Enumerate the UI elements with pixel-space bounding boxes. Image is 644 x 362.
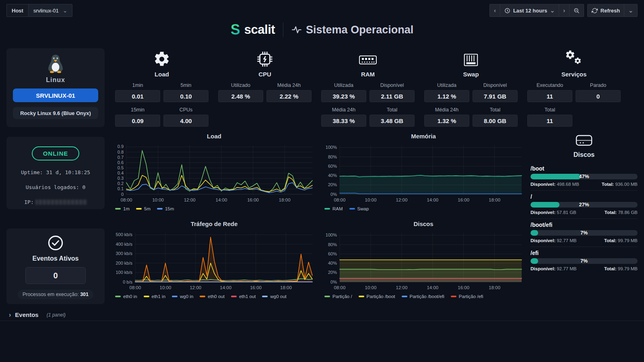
- os-name: Linux: [13, 76, 98, 84]
- legend-item[interactable]: wg0 out: [262, 294, 286, 299]
- disk-usage-percent: 7%: [530, 258, 638, 264]
- legend-swatch: [115, 296, 121, 297]
- legend-swatch: [262, 296, 268, 297]
- svg-text:0 b/s: 0 b/s: [123, 280, 132, 284]
- stat-cell-label: Parado: [576, 82, 621, 88]
- chart-legend: eth0 ineth1 inwg0 ineth0 outeth1 outwg0 …: [114, 294, 315, 299]
- hostname-badge: SRVLINUX-01: [13, 88, 98, 102]
- services-stat-panel: Serviços Executando11 Parado0 Total11: [526, 47, 622, 127]
- disk-total: Total: 78.86 GB: [605, 210, 638, 215]
- disk-mount: /efi: [530, 250, 638, 256]
- stat-title: CPU: [217, 71, 313, 78]
- svg-text:0.7: 0.7: [118, 155, 124, 160]
- legend-item[interactable]: Partição /boot/efi: [402, 294, 444, 299]
- stat-cell-label: Média 24h: [424, 107, 469, 113]
- disks-chart-plot: 08:0010:0012:0014:0016:0018:000%20%40%60…: [323, 230, 524, 293]
- legend-item[interactable]: Partição /boot: [359, 294, 395, 299]
- legend-swatch: [231, 296, 237, 297]
- host-label: Host: [6, 4, 28, 17]
- legend-item[interactable]: 1m: [115, 206, 130, 211]
- disk-usage-percent: 27%: [530, 202, 638, 208]
- stat-title: Swap: [423, 71, 519, 78]
- stat-cell-value: 1.32 %: [424, 115, 469, 127]
- legend-swatch: [451, 296, 456, 297]
- stat-cell-value: 11: [527, 115, 572, 127]
- host-select-value: srvlinux-01: [33, 8, 59, 14]
- stat-title: RAM: [320, 71, 416, 78]
- stat-cell-label: 15min: [115, 107, 160, 113]
- events-row-toggle[interactable]: › Eventos (1 panel): [0, 309, 644, 321]
- scalit-logo-icon: S: [231, 23, 240, 37]
- svg-text:08:00: 08:00: [334, 197, 346, 202]
- disks-title: Discos: [530, 151, 638, 158]
- cpu-icon: [256, 51, 273, 68]
- legend-item[interactable]: eth0 out: [200, 294, 225, 299]
- os-panel: Linux SRVLINUX-01 Rocky Linux 9.6 (Blue …: [6, 48, 105, 127]
- refresh-button[interactable]: Refresh: [588, 4, 624, 16]
- load-chart-panel: Load 08:0010:0012:0014:0016:0018:0000.10…: [114, 133, 315, 211]
- load-chart-plot: 08:0010:0012:0014:0016:0018:0000.10.20.3…: [114, 143, 315, 206]
- svg-text:60%: 60%: [328, 164, 337, 169]
- processes-value: 301: [80, 292, 89, 297]
- svg-text:0.1: 0.1: [118, 186, 124, 191]
- legend-swatch: [402, 296, 407, 297]
- gear-icon: [153, 51, 170, 68]
- svg-text:10:00: 10:00: [365, 285, 377, 290]
- legend-item[interactable]: eth1 in: [144, 294, 166, 299]
- svg-text:400 kb/s: 400 kb/s: [116, 242, 132, 247]
- svg-text:14:00: 14:00: [427, 285, 438, 290]
- legend-item[interactable]: eth1 out: [231, 294, 256, 299]
- legend-swatch: [349, 208, 355, 210]
- legend-item[interactable]: wg0 in: [172, 294, 193, 299]
- svg-text:10:00: 10:00: [160, 285, 171, 290]
- stat-cell-label: Média 24h: [266, 82, 312, 88]
- active-events-title: Eventos Ativos: [13, 255, 98, 262]
- disk-total: Total: 99.79 MB: [604, 238, 638, 243]
- stat-cell-label: 5min: [163, 82, 208, 88]
- legend-swatch: [324, 296, 330, 297]
- legend-item[interactable]: 5m: [136, 206, 151, 211]
- svg-text:200 kb/s: 200 kb/s: [116, 261, 132, 265]
- legend-item[interactable]: Swap: [349, 206, 369, 211]
- svg-text:18:00: 18:00: [489, 197, 500, 202]
- host-variable-picker[interactable]: Host srvlinux-01 ⌄: [6, 4, 72, 17]
- legend-item[interactable]: Partição /: [324, 294, 352, 299]
- disk-available: Disponível: 92.77 MB: [530, 266, 576, 271]
- stat-cell-value: 0.10: [163, 90, 208, 102]
- svg-text:16:00: 16:00: [458, 285, 469, 290]
- svg-text:0.2: 0.2: [118, 181, 124, 186]
- svg-text:08:00: 08:00: [121, 197, 132, 202]
- refresh-label: Refresh: [601, 8, 620, 14]
- refresh-interval-button[interactable]: ⌄: [624, 4, 637, 16]
- header-divider: [283, 23, 283, 37]
- legend-swatch: [144, 296, 149, 297]
- pulse-icon: [291, 25, 302, 35]
- legend-item[interactable]: Partição /efi: [451, 294, 483, 299]
- legend-item[interactable]: eth0 in: [115, 294, 137, 299]
- chevron-down-icon: ⌄: [63, 8, 68, 13]
- svg-text:0.4: 0.4: [118, 171, 124, 175]
- time-range-button[interactable]: Last 12 hours ⌄: [500, 4, 559, 16]
- stat-cell-label: Disponível: [473, 82, 518, 88]
- time-shift-forward-button[interactable]: ›: [559, 4, 570, 16]
- processes-badge: Processos em execução: 301: [18, 290, 93, 299]
- stat-cell-value: 3.48 GB: [369, 115, 415, 127]
- stat-cell-value: 0: [576, 90, 621, 102]
- svg-text:20%: 20%: [328, 270, 337, 275]
- host-select[interactable]: srvlinux-01 ⌄: [28, 4, 73, 17]
- network-chart-panel: Tráfego de Rede 08:0010:0012:0014:0016:0…: [114, 220, 315, 299]
- svg-text:40%: 40%: [328, 261, 337, 265]
- time-shift-back-button[interactable]: ‹: [490, 4, 500, 16]
- legend-item[interactable]: 15m: [157, 206, 174, 211]
- disk-available: Disponível: 498.68 MB: [530, 182, 579, 187]
- disk-usage-bar: 7%: [530, 258, 638, 264]
- svg-text:500 kb/s: 500 kb/s: [116, 232, 132, 237]
- memory-chart-panel: Memória 08:0010:0012:0014:0016:0018:000%…: [323, 133, 524, 211]
- svg-text:0: 0: [121, 192, 124, 197]
- legend-item[interactable]: RAM: [324, 206, 343, 211]
- ip-label: IP:: [24, 199, 33, 205]
- disk-item: /efi 7% Disponível: 92.77 MB Total: 99.7…: [530, 247, 638, 275]
- disk-available: Disponível: 57.81 GB: [530, 210, 576, 215]
- stat-title: Load: [114, 71, 210, 78]
- zoom-out-button[interactable]: [570, 4, 584, 16]
